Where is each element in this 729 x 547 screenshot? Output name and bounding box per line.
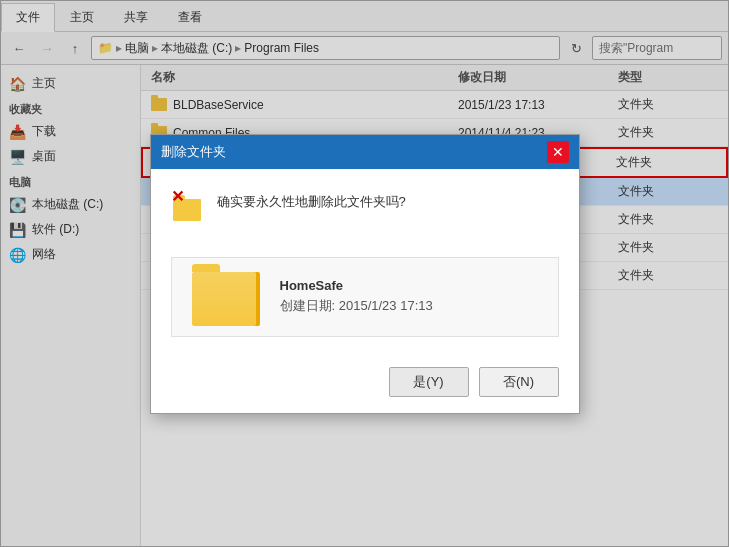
dialog-close-button[interactable]: ✕	[547, 141, 569, 163]
delete-dialog: 删除文件夹 ✕ ✕ 确实要永久性地删除此文件夹吗? HomeSafe 创建日期:…	[150, 134, 580, 414]
dialog-question-text: 确实要永久性地删除此文件夹吗?	[217, 189, 406, 211]
dialog-folder-date: 创建日期: 2015/1/23 17:13	[280, 297, 433, 315]
dialog-body: ✕ 确实要永久性地删除此文件夹吗?	[151, 169, 579, 257]
dialog-folder-preview: HomeSafe 创建日期: 2015/1/23 17:13	[171, 257, 559, 337]
dialog-buttons: 是(Y) 否(N)	[151, 357, 579, 413]
dialog-title-bar: 删除文件夹 ✕	[151, 135, 579, 169]
dialog-question-area: ✕ 确实要永久性地删除此文件夹吗?	[171, 189, 559, 221]
big-folder-icon	[192, 272, 256, 326]
cancel-delete-button[interactable]: 否(N)	[479, 367, 559, 397]
confirm-delete-button[interactable]: 是(Y)	[389, 367, 469, 397]
dialog-folder-name: HomeSafe	[280, 278, 433, 293]
dialog-title: 删除文件夹	[161, 143, 226, 161]
delete-warning-icon: ✕	[171, 189, 203, 221]
dialog-overlay: 删除文件夹 ✕ ✕ 确实要永久性地删除此文件夹吗? HomeSafe 创建日期:…	[0, 0, 729, 547]
x-mark-icon: ✕	[171, 189, 184, 205]
dialog-folder-info: HomeSafe 创建日期: 2015/1/23 17:13	[280, 278, 433, 315]
